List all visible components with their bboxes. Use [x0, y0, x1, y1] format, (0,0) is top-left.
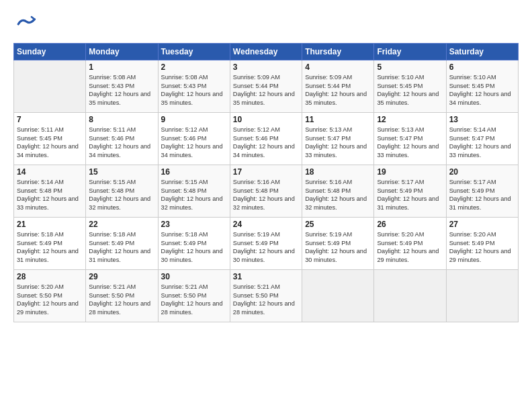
day-info: Sunrise: 5:11 AM Sunset: 5:45 PM Dayligh…	[17, 126, 83, 160]
day-number: 12	[377, 115, 443, 124]
calendar-header: SundayMondayTuesdayWednesdayThursdayFrid…	[14, 44, 519, 60]
day-info: Sunrise: 5:16 AM Sunset: 5:48 PM Dayligh…	[233, 178, 299, 212]
day-number: 17	[233, 167, 299, 177]
logo	[13, 12, 39, 36]
day-info: Sunrise: 5:21 AM Sunset: 5:50 PM Dayligh…	[233, 283, 299, 317]
day-info: Sunrise: 5:14 AM Sunset: 5:48 PM Dayligh…	[17, 178, 83, 212]
day-info: Sunrise: 5:11 AM Sunset: 5:46 PM Dayligh…	[89, 126, 154, 160]
calendar-cell: 14Sunrise: 5:14 AM Sunset: 5:48 PM Dayli…	[14, 165, 86, 218]
calendar-cell: 24Sunrise: 5:19 AM Sunset: 5:49 PM Dayli…	[230, 218, 302, 270]
calendar-cell: 29Sunrise: 5:21 AM Sunset: 5:50 PM Dayli…	[86, 270, 158, 322]
day-info: Sunrise: 5:12 AM Sunset: 5:46 PM Dayligh…	[161, 126, 227, 160]
day-number: 8	[89, 115, 154, 124]
day-info: Sunrise: 5:17 AM Sunset: 5:49 PM Dayligh…	[449, 178, 515, 212]
day-number: 20	[449, 167, 515, 177]
day-info: Sunrise: 5:15 AM Sunset: 5:48 PM Dayligh…	[161, 178, 227, 212]
calendar-cell: 27Sunrise: 5:20 AM Sunset: 5:49 PM Dayli…	[446, 218, 518, 270]
week-row: 1Sunrise: 5:08 AM Sunset: 5:43 PM Daylig…	[14, 60, 519, 113]
calendar-cell: 3Sunrise: 5:09 AM Sunset: 5:44 PM Daylig…	[230, 60, 302, 113]
day-number: 22	[89, 220, 154, 229]
day-number: 3	[233, 62, 299, 72]
calendar-cell: 23Sunrise: 5:18 AM Sunset: 5:49 PM Dayli…	[158, 218, 230, 270]
day-number: 28	[17, 272, 83, 281]
week-row: 14Sunrise: 5:14 AM Sunset: 5:48 PM Dayli…	[14, 165, 519, 218]
day-number: 29	[89, 272, 154, 281]
calendar-cell: 26Sunrise: 5:20 AM Sunset: 5:49 PM Dayli…	[374, 218, 446, 270]
calendar-cell: 19Sunrise: 5:17 AM Sunset: 5:49 PM Dayli…	[374, 165, 446, 218]
day-number: 26	[377, 220, 443, 229]
header-day: Saturday	[446, 44, 518, 60]
day-info: Sunrise: 5:13 AM Sunset: 5:47 PM Dayligh…	[305, 126, 371, 160]
week-row: 7Sunrise: 5:11 AM Sunset: 5:45 PM Daylig…	[14, 113, 519, 165]
calendar-cell: 20Sunrise: 5:17 AM Sunset: 5:49 PM Dayli…	[446, 165, 518, 218]
calendar-cell: 17Sunrise: 5:16 AM Sunset: 5:48 PM Dayli…	[230, 165, 302, 218]
day-info: Sunrise: 5:16 AM Sunset: 5:48 PM Dayligh…	[305, 178, 371, 212]
day-number: 2	[161, 62, 227, 72]
calendar-cell: 2Sunrise: 5:08 AM Sunset: 5:43 PM Daylig…	[158, 60, 230, 113]
day-info: Sunrise: 5:20 AM Sunset: 5:49 PM Dayligh…	[377, 230, 443, 265]
day-info: Sunrise: 5:18 AM Sunset: 5:49 PM Dayligh…	[161, 230, 227, 265]
day-number: 10	[233, 115, 299, 124]
page: SundayMondayTuesdayWednesdayThursdayFrid…	[0, 0, 532, 411]
day-number: 27	[449, 220, 515, 229]
header	[13, 12, 519, 36]
calendar-cell: 11Sunrise: 5:13 AM Sunset: 5:47 PM Dayli…	[302, 113, 374, 165]
header-row: SundayMondayTuesdayWednesdayThursdayFrid…	[14, 44, 519, 60]
calendar-cell: 18Sunrise: 5:16 AM Sunset: 5:48 PM Dayli…	[302, 165, 374, 218]
day-info: Sunrise: 5:08 AM Sunset: 5:43 PM Dayligh…	[89, 73, 154, 107]
calendar-cell	[14, 60, 86, 113]
day-info: Sunrise: 5:14 AM Sunset: 5:47 PM Dayligh…	[449, 126, 515, 160]
day-number: 5	[377, 62, 443, 72]
calendar-cell: 15Sunrise: 5:15 AM Sunset: 5:48 PM Dayli…	[86, 165, 158, 218]
calendar-cell: 13Sunrise: 5:14 AM Sunset: 5:47 PM Dayli…	[446, 113, 518, 165]
day-info: Sunrise: 5:08 AM Sunset: 5:43 PM Dayligh…	[161, 73, 227, 107]
day-number: 13	[449, 115, 515, 124]
day-info: Sunrise: 5:09 AM Sunset: 5:44 PM Dayligh…	[233, 73, 299, 107]
day-number: 15	[89, 167, 154, 177]
calendar-cell	[446, 270, 518, 322]
day-info: Sunrise: 5:19 AM Sunset: 5:49 PM Dayligh…	[305, 230, 371, 265]
calendar-cell: 21Sunrise: 5:18 AM Sunset: 5:49 PM Dayli…	[14, 218, 86, 270]
day-info: Sunrise: 5:10 AM Sunset: 5:45 PM Dayligh…	[377, 73, 443, 107]
day-info: Sunrise: 5:18 AM Sunset: 5:49 PM Dayligh…	[89, 230, 154, 265]
header-day: Wednesday	[230, 44, 302, 60]
day-number: 19	[377, 167, 443, 177]
day-number: 1	[89, 62, 154, 72]
header-day: Thursday	[302, 44, 374, 60]
calendar-cell: 4Sunrise: 5:09 AM Sunset: 5:44 PM Daylig…	[302, 60, 374, 113]
calendar-cell	[302, 270, 374, 322]
day-number: 18	[305, 167, 371, 177]
day-info: Sunrise: 5:09 AM Sunset: 5:44 PM Dayligh…	[305, 73, 371, 107]
svg-rect-0	[13, 12, 38, 36]
calendar-cell: 16Sunrise: 5:15 AM Sunset: 5:48 PM Dayli…	[158, 165, 230, 218]
day-info: Sunrise: 5:10 AM Sunset: 5:45 PM Dayligh…	[449, 73, 515, 107]
calendar-cell: 10Sunrise: 5:12 AM Sunset: 5:46 PM Dayli…	[230, 113, 302, 165]
day-number: 7	[17, 115, 83, 124]
calendar-cell: 31Sunrise: 5:21 AM Sunset: 5:50 PM Dayli…	[230, 270, 302, 322]
day-number: 21	[17, 220, 83, 229]
day-info: Sunrise: 5:13 AM Sunset: 5:47 PM Dayligh…	[377, 126, 443, 160]
calendar-cell: 30Sunrise: 5:21 AM Sunset: 5:50 PM Dayli…	[158, 270, 230, 322]
week-row: 28Sunrise: 5:20 AM Sunset: 5:50 PM Dayli…	[14, 270, 519, 322]
calendar-cell: 5Sunrise: 5:10 AM Sunset: 5:45 PM Daylig…	[374, 60, 446, 113]
day-number: 23	[161, 220, 227, 229]
day-info: Sunrise: 5:20 AM Sunset: 5:50 PM Dayligh…	[17, 283, 83, 317]
day-number: 4	[305, 62, 371, 72]
calendar-cell: 6Sunrise: 5:10 AM Sunset: 5:45 PM Daylig…	[446, 60, 518, 113]
day-info: Sunrise: 5:21 AM Sunset: 5:50 PM Dayligh…	[89, 283, 154, 317]
week-row: 21Sunrise: 5:18 AM Sunset: 5:49 PM Dayli…	[14, 218, 519, 270]
header-day: Tuesday	[158, 44, 230, 60]
day-number: 11	[305, 115, 371, 124]
calendar-cell: 9Sunrise: 5:12 AM Sunset: 5:46 PM Daylig…	[158, 113, 230, 165]
calendar-cell: 1Sunrise: 5:08 AM Sunset: 5:43 PM Daylig…	[86, 60, 158, 113]
calendar-cell: 12Sunrise: 5:13 AM Sunset: 5:47 PM Dayli…	[374, 113, 446, 165]
calendar-cell: 28Sunrise: 5:20 AM Sunset: 5:50 PM Dayli…	[14, 270, 86, 322]
day-info: Sunrise: 5:19 AM Sunset: 5:49 PM Dayligh…	[233, 230, 299, 265]
calendar: SundayMondayTuesdayWednesdayThursdayFrid…	[13, 43, 519, 322]
calendar-cell: 22Sunrise: 5:18 AM Sunset: 5:49 PM Dayli…	[86, 218, 158, 270]
day-info: Sunrise: 5:21 AM Sunset: 5:50 PM Dayligh…	[161, 283, 227, 317]
day-info: Sunrise: 5:17 AM Sunset: 5:49 PM Dayligh…	[377, 178, 443, 212]
day-number: 25	[305, 220, 371, 229]
day-info: Sunrise: 5:12 AM Sunset: 5:46 PM Dayligh…	[233, 126, 299, 160]
day-number: 30	[161, 272, 227, 281]
